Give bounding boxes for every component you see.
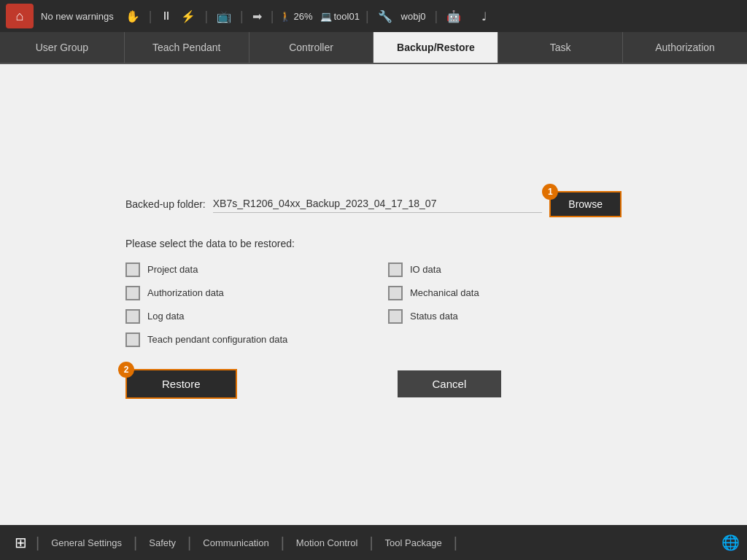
checkbox-teach-pendant-config-input[interactable]: [125, 332, 140, 347]
checkbox-status-data: Status data: [388, 309, 622, 324]
nav-tabs: User Group Teach Pendant Controller Back…: [0, 32, 747, 64]
checkbox-teach-pendant-config-label: Teach pendant configuration data: [147, 334, 287, 345]
tab-authorization[interactable]: Authorization: [623, 32, 747, 63]
restore-badge-container: 2 Restore: [125, 369, 237, 399]
bottom-bar: ⊞ | General Settings | Safety | Communic…: [0, 525, 747, 560]
main-content: Backed-up folder: XB7s_R1206_04xx_Backup…: [0, 64, 747, 525]
tab-teach-pendant[interactable]: Teach Pendant: [125, 32, 249, 63]
checkbox-status-data-label: Status data: [410, 311, 458, 322]
tab-task[interactable]: Task: [498, 32, 623, 63]
checkbox-log-data-label: Log data: [147, 311, 185, 322]
globe-icon[interactable]: 🌐: [721, 534, 740, 551]
bottom-tool-package[interactable]: Tool Package: [375, 537, 452, 548]
arrow-icon: ➡: [249, 9, 265, 23]
browse-badge-container: 1 Browse: [549, 191, 622, 217]
restore-badge-number: 2: [118, 362, 134, 378]
wrench-icon: 🔧: [375, 9, 395, 23]
top-bar: ⌂ No new warnings ✋ | ⏸ ⚡ | 📺 | ➡ | 🚶 26…: [0, 0, 747, 32]
tool-label: wobj0: [398, 11, 429, 22]
checkbox-io-data-label: IO data: [410, 264, 441, 275]
tab-controller[interactable]: Controller: [249, 32, 374, 63]
checkbox-teach-pendant-config: Teach pendant configuration data: [125, 332, 359, 347]
checkbox-status-data-input[interactable]: [388, 309, 403, 324]
walk-icon: 🚶: [279, 11, 291, 22]
restore-panel: Backed-up folder: XB7s_R1206_04xx_Backup…: [111, 176, 636, 413]
screen-icon: 📺: [214, 9, 234, 23]
checkbox-project-data-input[interactable]: [125, 262, 140, 277]
grid-icon: ⊞: [7, 534, 34, 551]
checkbox-mechanical-data: Mechanical data: [388, 286, 622, 300]
actions-row: 2 Restore Cancel: [125, 369, 622, 399]
pause-icon: ⏸: [158, 9, 175, 23]
home-button[interactable]: ⌂: [6, 4, 34, 28]
tab-user-group[interactable]: User Group: [0, 32, 125, 63]
bottom-communication[interactable]: Communication: [193, 537, 279, 548]
bottom-motion-control[interactable]: Motion Control: [286, 537, 368, 548]
restore-button[interactable]: Restore: [125, 369, 237, 399]
checkbox-auth-data-input[interactable]: [125, 286, 140, 300]
robot-icon: 🤖: [444, 9, 464, 23]
bottom-general-settings[interactable]: General Settings: [41, 537, 132, 548]
cancel-button[interactable]: Cancel: [398, 370, 502, 397]
checkbox-project-data-label: Project data: [147, 264, 198, 275]
music-icon: ♩: [479, 9, 490, 23]
checkbox-log-data: Log data: [125, 309, 359, 324]
checkboxes-grid: Project data IO data Authorization data …: [125, 262, 622, 347]
checkbox-auth-data-label: Authorization data: [147, 287, 224, 298]
warning-text: No new warnings: [41, 11, 114, 22]
checkbox-log-data-input[interactable]: [125, 309, 140, 324]
browse-button[interactable]: Browse: [549, 191, 622, 217]
desktop-icon: 💻: [320, 11, 332, 22]
tab-backup-restore[interactable]: Backup/Restore: [374, 32, 498, 63]
home-icon: ⌂: [16, 9, 24, 24]
walk-stat: 🚶 26%: [279, 11, 312, 22]
hand-icon: ✋: [123, 9, 143, 23]
checkbox-mechanical-data-input[interactable]: [388, 286, 403, 300]
folder-row: Backed-up folder: XB7s_R1206_04xx_Backup…: [125, 191, 622, 217]
select-label: Please select the data to be restored:: [125, 238, 622, 249]
checkbox-io-data-input[interactable]: [388, 262, 403, 277]
checkbox-io-data: IO data: [388, 262, 622, 277]
desktop-stat: 💻 tool01: [320, 11, 360, 22]
checkbox-mechanical-data-label: Mechanical data: [410, 287, 479, 298]
bottom-safety[interactable]: Safety: [139, 537, 186, 548]
browse-badge-number: 1: [542, 184, 558, 200]
lightning-icon: ⚡: [178, 9, 198, 23]
folder-label: Backed-up folder:: [125, 198, 206, 210]
checkbox-auth-data: Authorization data: [125, 286, 359, 300]
folder-value: XB7s_R1206_04xx_Backup_2023_04_17_18_07: [213, 195, 543, 213]
checkbox-project-data: Project data: [125, 262, 359, 277]
